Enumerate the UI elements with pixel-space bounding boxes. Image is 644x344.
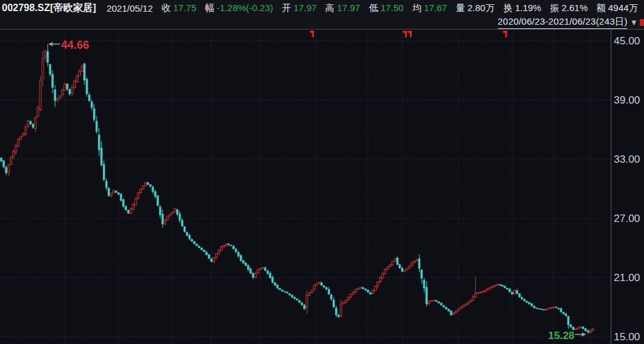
quote-fields: 收17.75幅-1.28%(-0.23)开17.97高17.97低17.50均1… xyxy=(153,2,638,14)
quote-field: 额4944万 xyxy=(597,2,638,14)
quote-field: 量2.80万 xyxy=(455,2,494,14)
quote-field-value: 4944万 xyxy=(608,2,638,14)
svg-text:44.66: 44.66 xyxy=(61,39,89,51)
quote-field: 收17.75 xyxy=(161,2,197,14)
quote-field-label: 量 xyxy=(455,2,465,14)
quote-field: 幅-1.28%(-0.23) xyxy=(205,2,274,14)
symbol-name: 002798.SZ[帝欧家居] xyxy=(2,2,96,15)
quote-field-label: 收 xyxy=(161,2,171,14)
quote-header: 002798.SZ[帝欧家居] 2021/05/12 收17.75幅-1.28%… xyxy=(0,0,644,30)
stock-chart-window: 45.0039.0033.0027.0021.0015.0044.6615.28… xyxy=(0,0,644,344)
quote-field-label: 低 xyxy=(369,2,378,14)
quote-field: 高17.97 xyxy=(325,2,361,14)
quote-stats-row: 002798.SZ[帝欧家居] 2021/05/12 收17.75幅-1.28%… xyxy=(0,0,644,16)
date-range-selector[interactable]: 2020/06/23-2021/06/23(243日) ▼ xyxy=(498,16,640,29)
chevron-down-icon: ▼ xyxy=(630,18,638,27)
quote-field-value: 17.97 xyxy=(337,2,361,13)
quote-field-value: -1.28%(-0.23) xyxy=(217,2,274,13)
quote-field-label: 振 xyxy=(550,2,559,14)
quote-field-label: 开 xyxy=(282,2,291,14)
quote-field-label: 额 xyxy=(597,2,606,14)
quote-field-value: 17.97 xyxy=(293,2,317,13)
low-annotation: 15.28 xyxy=(548,330,587,342)
quote-date: 2021/05/12 xyxy=(107,3,153,14)
ex-rights-markers xyxy=(310,31,507,38)
quote-field: 均17.67 xyxy=(412,2,447,14)
quote-field-value: 1.19% xyxy=(515,2,542,13)
svg-text:15.00: 15.00 xyxy=(614,331,640,343)
quote-field-value: 2.61% xyxy=(561,2,588,13)
quote-field: 换1.19% xyxy=(503,2,542,14)
range-row: 2020/06/23-2021/06/23(243日) ▼ xyxy=(0,16,644,29)
quote-field-label: 换 xyxy=(503,2,513,14)
quote-field-value: 17.50 xyxy=(380,2,404,13)
quote-field-label: 高 xyxy=(325,2,335,14)
candles xyxy=(1,44,594,334)
quote-field-value: 17.75 xyxy=(173,2,197,13)
svg-text:21.00: 21.00 xyxy=(614,272,640,284)
quote-field-value: 2.80万 xyxy=(467,2,494,14)
svg-text:15.28: 15.28 xyxy=(548,330,575,342)
clipped-red-icon xyxy=(640,19,644,26)
svg-text:39.00: 39.00 xyxy=(614,94,640,106)
svg-text:27.00: 27.00 xyxy=(614,213,640,224)
quote-field-label: 幅 xyxy=(205,2,214,14)
svg-text:45.00: 45.00 xyxy=(614,35,640,47)
quote-field: 低17.50 xyxy=(369,2,404,14)
quote-field: 开17.97 xyxy=(282,2,317,14)
quote-field-value: 17.67 xyxy=(424,2,447,13)
candlestick-chart[interactable]: 45.0039.0033.0027.0021.0015.0044.6615.28 xyxy=(0,0,644,344)
quote-field: 振2.61% xyxy=(550,2,588,14)
quote-field-label: 均 xyxy=(412,2,422,14)
date-range-label: 2020/06/23-2021/06/23(243日) xyxy=(498,16,628,29)
svg-text:33.00: 33.00 xyxy=(614,154,640,165)
